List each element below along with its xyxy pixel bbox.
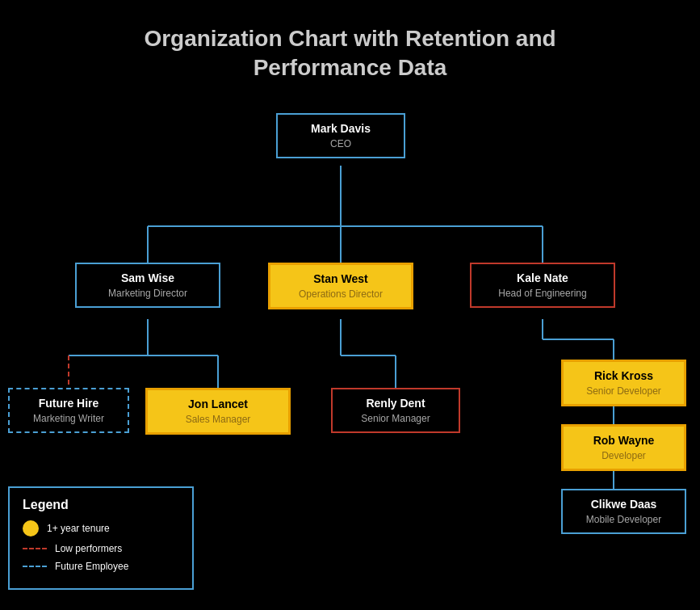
legend-dotted-icon (23, 566, 47, 567)
legend-low-label: Low performers (55, 543, 122, 554)
node-rob: Rob Wayne Developer (561, 424, 686, 471)
legend-item-low: Low performers (23, 543, 179, 554)
legend-future-label: Future Employee (55, 561, 128, 572)
node-ceo: Mark Davis CEO (276, 113, 405, 158)
node-stan: Stan West Operations Director (268, 263, 413, 309)
node-renly: Renly Dent Senior Manager (331, 388, 460, 433)
legend-dashed-icon (23, 548, 47, 549)
node-clikwe: Clikwe Daas Mobile Developer (561, 489, 686, 534)
node-jon: Jon Lancet Sales Manager (145, 388, 291, 435)
legend-item-tenure: 1+ year tenure (23, 520, 179, 536)
page-title: Organization Chart with Retention andPer… (0, 0, 700, 99)
node-kale: Kale Nate Head of Engineering (470, 263, 615, 308)
legend-tenure-label: 1+ year tenure (47, 523, 110, 534)
node-sam: Sam Wise Marketing Director (75, 263, 220, 308)
legend: Legend 1+ year tenure Low performers Fut… (8, 486, 194, 590)
legend-circle-icon (23, 520, 39, 536)
legend-title: Legend (23, 498, 179, 512)
node-rick: Rick Kross Senior Developer (561, 360, 686, 406)
legend-item-future: Future Employee (23, 561, 179, 572)
node-future: Future Hire Marketing Writer (8, 388, 129, 433)
